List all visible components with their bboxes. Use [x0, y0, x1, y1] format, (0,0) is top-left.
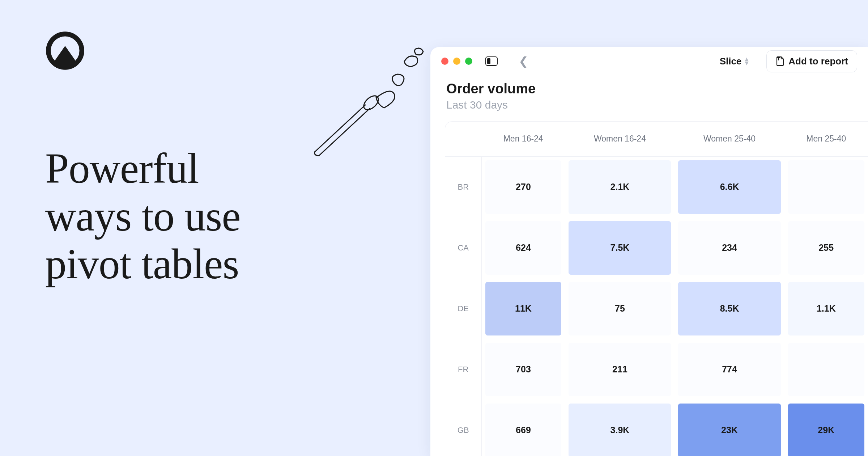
- pivot-cell[interactable]: 7.5K: [565, 218, 675, 278]
- pivot-cell-value: 8.5K: [678, 282, 780, 335]
- pivot-cell-value: 234: [678, 221, 780, 275]
- pivot-cell[interactable]: [784, 339, 868, 400]
- back-chevron-icon[interactable]: ❮: [519, 54, 528, 68]
- pivot-cell[interactable]: [784, 156, 868, 218]
- pivot-cell[interactable]: 703: [481, 339, 565, 400]
- pivot-cell[interactable]: 624: [481, 218, 565, 278]
- pivot-cell-value: 6.6K: [678, 160, 780, 214]
- pivot-cell-value: 2.1K: [569, 160, 671, 214]
- sidebar-toggle-icon[interactable]: [485, 56, 498, 66]
- pivot-cell[interactable]: 211: [565, 339, 675, 400]
- table-row: CA6247.5K234255: [445, 218, 868, 278]
- pivot-cell-value: 669: [485, 404, 562, 456]
- column-header[interactable]: Men 25-40: [784, 122, 868, 156]
- pivot-cell-value: [788, 160, 864, 214]
- pivot-cell-value: 255: [788, 221, 864, 275]
- pivot-cell[interactable]: 2.1K: [565, 156, 675, 218]
- table-row: BR2702.1K6.6K: [445, 156, 868, 218]
- pivot-cell[interactable]: 23K: [675, 400, 784, 456]
- pivot-cell-value: 75: [569, 282, 671, 335]
- pivot-cell-value: 29K: [788, 404, 864, 456]
- pivot-cell[interactable]: 270: [481, 156, 565, 218]
- app-window: ❮ Slice ▴▾ Add to report Order volume La…: [430, 47, 868, 456]
- pivot-cell[interactable]: 29K: [784, 400, 868, 456]
- column-header[interactable]: Women 16-24: [565, 122, 675, 156]
- pivot-cell[interactable]: 234: [675, 218, 784, 278]
- pivot-cell-value: 1.1K: [788, 282, 864, 335]
- column-header[interactable]: Women 25-40: [675, 122, 784, 156]
- slice-label: Slice: [720, 56, 742, 67]
- pivot-cell[interactable]: 774: [675, 339, 784, 400]
- pivot-cell-value: 624: [485, 221, 562, 275]
- pivot-cell-value: 270: [485, 160, 562, 214]
- table-row: GB6693.9K23K29K: [445, 400, 868, 456]
- pivot-cell-value: 774: [678, 343, 780, 396]
- sort-chevrons-icon: ▴▾: [745, 57, 748, 65]
- pivot-cell-value: 11K: [485, 282, 562, 335]
- maximize-icon[interactable]: [465, 58, 472, 65]
- paintbrush-doodle-icon: [300, 47, 434, 161]
- row-header[interactable]: FR: [445, 339, 481, 400]
- pivot-cell[interactable]: 6.6K: [675, 156, 784, 218]
- row-header[interactable]: DE: [445, 278, 481, 339]
- pivot-table: Men 16-24 Women 16-24 Women 25-40 Men 25…: [445, 122, 868, 456]
- svg-point-1: [361, 93, 381, 113]
- pivot-cell[interactable]: 8.5K: [675, 278, 784, 339]
- row-header[interactable]: BR: [445, 156, 481, 218]
- row-header[interactable]: CA: [445, 218, 481, 278]
- pivot-table-container: Men 16-24 Women 16-24 Women 25-40 Men 25…: [445, 121, 868, 456]
- add-document-icon: [775, 56, 784, 66]
- row-header[interactable]: GB: [445, 400, 481, 456]
- add-to-report-label: Add to report: [788, 56, 848, 67]
- pivot-cell[interactable]: 255: [784, 218, 868, 278]
- report-header: Order volume Last 30 days: [430, 75, 868, 121]
- report-subtitle: Last 30 days: [446, 99, 852, 111]
- pivot-cell-value: [788, 343, 864, 396]
- close-icon[interactable]: [441, 58, 448, 65]
- page-headline: Powerful ways to use pivot tables: [45, 145, 241, 288]
- table-row: FR703211774: [445, 339, 868, 400]
- pivot-corner-cell: [445, 122, 481, 156]
- slice-dropdown[interactable]: Slice ▴▾: [715, 53, 754, 70]
- pivot-cell-value: 23K: [678, 404, 780, 456]
- minimize-icon[interactable]: [453, 58, 460, 65]
- pivot-cell[interactable]: 11K: [481, 278, 565, 339]
- pivot-cell[interactable]: 3.9K: [565, 400, 675, 456]
- pivot-cell-value: 7.5K: [569, 221, 671, 275]
- report-title: Order volume: [446, 81, 852, 97]
- pivot-cell[interactable]: 1.1K: [784, 278, 868, 339]
- pivot-cell-value: 703: [485, 343, 562, 396]
- add-to-report-button[interactable]: Add to report: [766, 50, 857, 72]
- window-titlebar: ❮ Slice ▴▾ Add to report: [430, 47, 868, 75]
- table-row: DE11K758.5K1.1K: [445, 278, 868, 339]
- pivot-cell[interactable]: 75: [565, 278, 675, 339]
- column-header[interactable]: Men 16-24: [481, 122, 565, 156]
- pivot-cell-value: 211: [569, 343, 671, 396]
- window-traffic-lights[interactable]: [441, 58, 472, 65]
- pivot-cell[interactable]: 669: [481, 400, 565, 456]
- brand-logo: [45, 31, 85, 72]
- pivot-cell-value: 3.9K: [569, 404, 671, 456]
